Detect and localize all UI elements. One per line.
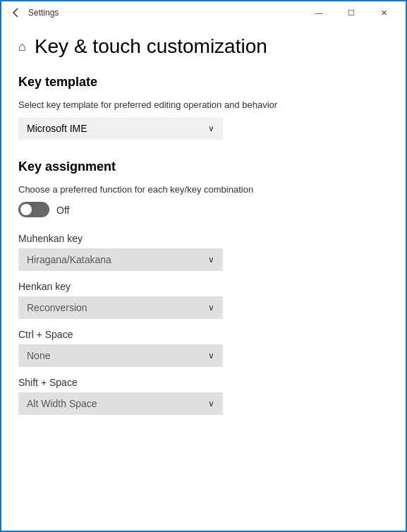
shift-space-label: Shift + Space — [18, 377, 389, 388]
key-template-desc: Select key template for preferred editin… — [18, 99, 389, 110]
key-template-dropdown[interactable]: Microsoft IME ∨ — [18, 117, 223, 140]
ctrl-space-label: Ctrl + Space — [18, 329, 389, 340]
ctrl-space-dropdown[interactable]: None ∨ — [18, 344, 223, 367]
key-assignment-desc: Choose a preferred function for each key… — [18, 184, 389, 195]
muhenkan-row: Muhenkan key Hiragana/Katakana ∨ — [18, 233, 389, 271]
henkan-dropdown[interactable]: Reconversion ∨ — [18, 296, 223, 319]
back-button[interactable] — [7, 4, 24, 21]
toggle-row: Off — [18, 202, 389, 219]
window-title: Settings — [24, 8, 303, 18]
key-template-value: Microsoft IME — [27, 123, 87, 134]
close-button[interactable]: ✕ — [367, 1, 400, 24]
key-template-section: Key template Select key template for pre… — [18, 75, 389, 140]
toggle-label: Off — [56, 205, 69, 216]
muhenkan-label: Muhenkan key — [18, 233, 389, 244]
muhenkan-dropdown[interactable]: Hiragana/Katakana ∨ — [18, 248, 223, 271]
shift-space-dropdown[interactable]: Alt Width Space ∨ — [18, 392, 223, 415]
maximize-button[interactable]: ☐ — [335, 1, 367, 24]
shift-space-value: Alt Width Space — [27, 398, 97, 409]
henkan-arrow: ∨ — [208, 303, 214, 313]
page-content: ⌂ Key & touch customization Key template… — [1, 24, 406, 531]
shift-space-arrow: ∨ — [208, 399, 214, 409]
key-assignment-toggle[interactable] — [18, 202, 49, 219]
page-title: Key & touch customization — [35, 35, 267, 58]
ctrl-space-row: Ctrl + Space None ∨ — [18, 329, 389, 367]
minimize-button[interactable]: — — [303, 1, 335, 24]
ctrl-space-arrow: ∨ — [208, 351, 214, 361]
home-icon: ⌂ — [18, 40, 26, 54]
page-header: ⌂ Key & touch customization — [18, 35, 389, 58]
key-template-arrow: ∨ — [208, 123, 214, 133]
toggle-thumb — [20, 204, 32, 215]
henkan-value: Reconversion — [27, 302, 87, 313]
title-bar: Settings — ☐ ✕ — [1, 1, 406, 24]
henkan-label: Henkan key — [18, 281, 389, 292]
muhenkan-arrow: ∨ — [208, 255, 214, 265]
toggle-track — [18, 202, 49, 217]
key-assignment-section: Key assignment Choose a preferred functi… — [18, 159, 389, 415]
key-assignment-title: Key assignment — [18, 159, 389, 174]
shift-space-row: Shift + Space Alt Width Space ∨ — [18, 377, 389, 415]
window-controls: — ☐ ✕ — [303, 1, 400, 24]
henkan-row: Henkan key Reconversion ∨ — [18, 281, 389, 319]
ctrl-space-value: None — [27, 350, 50, 361]
settings-window: Settings — ☐ ✕ ⌂ Key & touch customizati… — [0, 0, 407, 532]
key-template-title: Key template — [18, 75, 389, 90]
muhenkan-value: Hiragana/Katakana — [27, 254, 111, 265]
key-rows: Muhenkan key Hiragana/Katakana ∨ Henkan … — [18, 233, 389, 415]
